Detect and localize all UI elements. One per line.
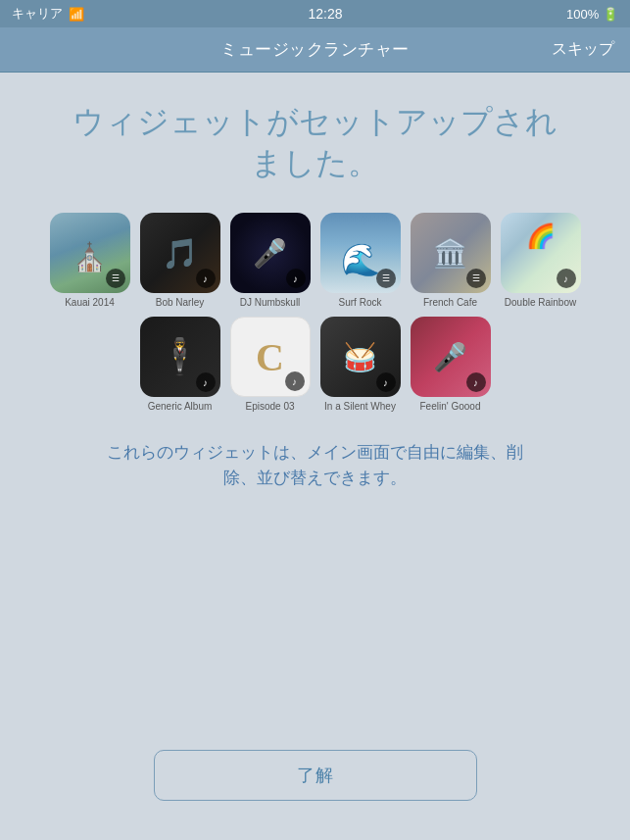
album-badge <box>106 269 125 288</box>
album-label: Surf Rock <box>339 297 382 309</box>
carrier-label: キャリア <box>12 5 63 23</box>
album-grid: Kauai 2014 Bob Narley DJ Numbskull Surf … <box>50 213 581 413</box>
album-art-french[interactable] <box>411 213 491 293</box>
album-badge <box>286 269 306 288</box>
album-art-feelin[interactable] <box>411 317 491 397</box>
list-item: In a Silent Whey <box>320 317 401 413</box>
album-art-episode[interactable] <box>230 317 311 397</box>
nav-title: ミュージックランチャー <box>220 38 410 61</box>
ok-button-container: 了解 <box>154 750 477 801</box>
album-art-dj[interactable] <box>230 213 311 293</box>
album-label: Kauai 2014 <box>65 297 115 309</box>
main-content: ウィジェットがセットアップされました。 Kauai 2014 Bob Narle… <box>0 73 630 510</box>
status-time: 12:28 <box>309 6 343 22</box>
list-item: Generic Album <box>140 317 220 413</box>
list-item: Surf Rock <box>320 213 401 309</box>
album-badge <box>196 269 216 288</box>
status-left: キャリア 📶 <box>12 5 84 23</box>
list-item: DJ Numbskull <box>230 213 311 309</box>
album-row-2: Generic Album Episode 03 In a Silent Whe… <box>140 317 491 413</box>
subtext: これらのウィジェットは、メイン画面で自由に編集、削除、並び替えできます。 <box>97 440 533 490</box>
list-item: French Cafe <box>411 213 491 309</box>
ok-button[interactable]: 了解 <box>154 750 477 801</box>
album-art-bob[interactable] <box>140 213 220 293</box>
list-item: Episode 03 <box>230 317 311 413</box>
list-item: Feelin' Goood <box>411 317 491 413</box>
album-label: In a Silent Whey <box>324 401 396 413</box>
album-row-1: Kauai 2014 Bob Narley DJ Numbskull Surf … <box>50 213 581 309</box>
album-art-surf[interactable] <box>320 213 401 293</box>
album-badge <box>376 269 396 288</box>
status-bar: キャリア 📶 12:28 100% 🔋 <box>0 0 630 27</box>
album-art-kauai[interactable] <box>50 213 130 293</box>
list-item: Kauai 2014 <box>50 213 130 309</box>
battery-label: 100% <box>566 7 599 22</box>
list-item: Bob Narley <box>140 213 220 309</box>
album-label: Double Rainbow <box>505 297 576 309</box>
album-art-rainbow[interactable] <box>501 213 581 293</box>
skip-button[interactable]: スキップ <box>552 39 614 60</box>
album-badge <box>557 269 576 288</box>
album-label: DJ Numbskull <box>240 297 301 309</box>
battery-icon: 🔋 <box>603 7 618 22</box>
album-badge <box>466 269 486 288</box>
album-label: Bob Narley <box>156 297 204 309</box>
album-label: Episode 03 <box>245 401 294 413</box>
album-badge <box>196 372 216 392</box>
headline-text: ウィジェットがセットアップされました。 <box>73 102 557 183</box>
battery-indicator: 100% 🔋 <box>566 7 618 22</box>
list-item: Double Rainbow <box>501 213 581 309</box>
album-badge <box>285 371 305 391</box>
wifi-icon: 📶 <box>69 7 84 22</box>
album-label: Generic Album <box>148 401 213 413</box>
album-label: Feelin' Goood <box>420 401 481 413</box>
album-art-generic[interactable] <box>140 317 220 397</box>
album-badge <box>376 372 396 392</box>
album-art-silent[interactable] <box>320 317 401 397</box>
nav-bar: ミュージックランチャー スキップ <box>0 27 630 73</box>
album-label: French Cafe <box>423 297 477 309</box>
album-badge <box>466 372 486 392</box>
